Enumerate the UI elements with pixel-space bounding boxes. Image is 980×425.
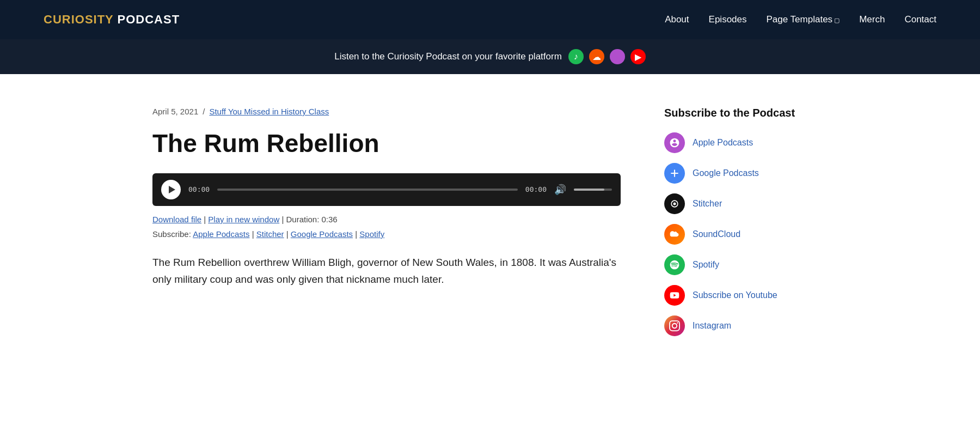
episode-links: Download file | Play in new window | Dur… [152,215,621,224]
main-layout: April 5, 2021 / Stuff You Missed in Hist… [109,74,871,369]
navbar: CURIOSITY PODCAST About Episodes Page Te… [0,0,980,39]
duration-label: Duration: 0:36 [286,215,337,224]
sidebar-item-spotify: Spotify [664,254,817,275]
instagram-icon [664,315,685,336]
nav-episodes[interactable]: Episodes [709,14,747,25]
volume-icon[interactable]: 🔊 [554,184,566,196]
youtube-link[interactable]: Subscribe on Youtube [693,290,777,300]
spotify-icon [664,254,685,275]
instagram-link[interactable]: Instagram [693,321,731,331]
nav-page-templates[interactable]: Page Templates [767,14,840,25]
spotify-link[interactable]: Spotify [693,260,719,270]
google-podcasts-icon [664,163,685,184]
platform-banner: Listen to the Curiosity Podcast on your … [0,39,980,74]
content-area: April 5, 2021 / Stuff You Missed in Hist… [152,107,621,336]
subscribe-list: Apple Podcasts Google Podcasts Stitcher … [664,132,817,336]
sidebar-title: Subscribe to the Podcast [664,107,817,119]
volume-bar[interactable] [574,189,612,191]
apple-podcasts-icon [664,132,685,153]
sidebar-item-stitcher: Stitcher [664,193,817,214]
sidebar-item-youtube: Subscribe on Youtube [664,285,817,306]
nav-about[interactable]: About [665,14,689,25]
stitcher-icon [664,193,685,214]
logo-white: PODCAST [113,13,180,26]
nav-links: About Episodes Page Templates Merch Cont… [665,14,936,25]
nav-contact[interactable]: Contact [904,14,936,25]
google-podcasts-link[interactable]: Google Podcasts [693,168,759,178]
episode-title: The Rum Rebellion [152,129,621,158]
sidebar-item-google: Google Podcasts [664,163,817,184]
sidebar-item-instagram: Instagram [664,315,817,336]
episode-description: The Rum Rebellion overthrew William Blig… [152,254,621,288]
episode-date: April 5, 2021 [152,107,198,116]
youtube-icon [664,285,685,306]
category-link[interactable]: Stuff You Missed in History Class [209,107,329,116]
site-logo[interactable]: CURIOSITY PODCAST [44,13,180,27]
progress-bar[interactable] [217,189,518,191]
current-time: 00:00 [188,185,210,193]
stitcher-link[interactable]: Stitcher [693,199,722,209]
subscribe-line: Subscribe: Apple Podcasts | Stitcher | G… [152,229,621,239]
svg-point-2 [673,203,676,205]
new-window-link[interactable]: Play in new window [208,215,279,224]
platform-icons: ♪ ☁ ▶ [568,49,646,64]
youtube-banner-icon[interactable]: ▶ [630,49,646,64]
play-button[interactable] [161,180,181,199]
logo-gold: CURIOSITY [44,13,113,26]
download-link[interactable]: Download file [152,215,201,224]
subscribe-stitcher-link[interactable]: Stitcher [256,229,284,239]
subscribe-spotify-link[interactable]: Spotify [359,229,384,239]
nav-merch[interactable]: Merch [859,14,885,25]
spotify-banner-icon[interactable]: ♪ [568,49,584,64]
apple-podcasts-link[interactable]: Apple Podcasts [693,138,753,148]
audio-player: 00:00 00:00 🔊 [152,173,621,206]
breadcrumb-separator: / [203,107,205,116]
sidebar: Subscribe to the Podcast Apple Podcasts … [664,107,817,336]
banner-text: Listen to the Curiosity Podcast on your … [334,51,562,62]
soundcloud-icon [664,224,685,245]
soundcloud-link[interactable]: SoundCloud [693,229,740,239]
subscribe-google-link[interactable]: Google Podcasts [291,229,353,239]
sidebar-item-apple: Apple Podcasts [664,132,817,153]
sidebar-item-soundcloud: SoundCloud [664,224,817,245]
end-time: 00:00 [525,185,547,193]
subscribe-apple-link[interactable]: Apple Podcasts [193,229,249,239]
volume-fill [574,189,604,191]
soundcloud-banner-icon[interactable]: ☁ [589,49,604,64]
apple-banner-icon[interactable] [610,49,625,64]
breadcrumb: April 5, 2021 / Stuff You Missed in Hist… [152,107,621,116]
subscribe-prefix: Subscribe: [152,229,191,239]
